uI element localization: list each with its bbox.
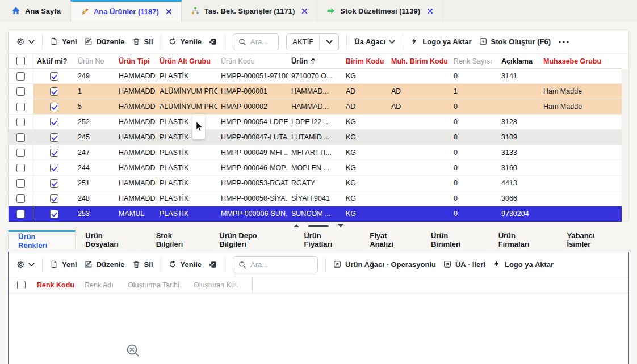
export-logo-button[interactable]: Logo ya Aktar <box>493 260 554 269</box>
row-checkbox[interactable] <box>16 103 25 111</box>
column-header[interactable]: Açıklama <box>498 54 540 68</box>
tab-close-icon[interactable] <box>166 9 172 15</box>
refresh-button[interactable]: Yenile <box>169 37 202 46</box>
table-row[interactable]: 247HAMMADDEPLASTİKHMPP-000049-MFI ...MFI… <box>9 145 622 160</box>
tab-ana-urunler[interactable]: Ana Ürünler (1187) <box>70 0 182 22</box>
table-row[interactable]: 245HAMMADDEPLASTİKHMPP-000047-LUTA...LUT… <box>9 130 622 145</box>
row-checkbox[interactable] <box>16 194 25 203</box>
aktif-checkbox[interactable] <box>50 194 58 203</box>
aktif-checkbox[interactable] <box>50 103 58 111</box>
detail-tab[interactable]: Ürün Renkleri <box>8 230 76 249</box>
tab-label: Ana Ürünler (1187) <box>94 7 159 16</box>
row-checkbox[interactable] <box>16 118 25 126</box>
column-header[interactable]: Ürün No <box>74 54 115 68</box>
detail-tab[interactable]: Ürün Fiyatları <box>294 230 360 249</box>
tab-stok-duzeltmesi[interactable]: Stok Düzeltmesi (1139) <box>317 0 443 22</box>
ua-tree-button[interactable]: Üa Ağacı <box>354 37 395 46</box>
column-header[interactable]: Birim Kodu <box>342 54 388 68</box>
aktif-checkbox[interactable] <box>50 72 58 81</box>
more-options-button[interactable] <box>558 40 569 44</box>
vertical-scrollbar[interactable] <box>622 69 628 221</box>
aktif-checkbox[interactable] <box>50 87 58 96</box>
table-row[interactable]: 251HAMMADDEPLASTİKHMPP-000053-RGATYRGATY… <box>9 176 622 191</box>
cell: AD <box>388 99 450 114</box>
table-row[interactable]: 248HAMMADDEPLASTİKHMPP-000050-SİYA...SİY… <box>9 191 622 206</box>
table-row[interactable]: 244HAMMADDEPLASTİKHMPP-000046-MOP...MOPL… <box>9 160 622 176</box>
row-checkbox[interactable] <box>16 133 25 142</box>
new-button[interactable]: Yeni <box>50 37 77 46</box>
cell <box>388 69 450 83</box>
tab-ana-sayfa[interactable]: Ana Sayfa <box>2 0 70 22</box>
column-header[interactable]: Ürün Kodu <box>217 54 288 68</box>
row-checkbox[interactable] <box>16 210 25 218</box>
cell: SUNCOM ... <box>288 206 342 221</box>
cell: ALÜMİNYUM PROFİL <box>156 99 217 114</box>
create-stock-button[interactable]: Stok Oluştur (F6) <box>479 37 551 46</box>
cell: HAMMADDE <box>115 84 156 99</box>
select-all-checkbox[interactable] <box>17 281 26 289</box>
aktif-cell <box>33 99 74 114</box>
export-logo-button[interactable]: Logo ya Aktar <box>410 37 471 46</box>
column-header[interactable]: Oluşturan Kul. <box>190 277 253 293</box>
cell: HMPP-000050-SİYA... <box>217 191 288 206</box>
search-input[interactable] <box>250 37 273 46</box>
ua-advanced-button[interactable]: ÜA - İleri <box>443 260 485 269</box>
row-checkbox[interactable] <box>16 87 25 96</box>
table-row[interactable]: 249HAMMADDEPLASTİKHMPP-000051-97100...97… <box>9 69 622 84</box>
table-row[interactable]: 5HAMMADDEALÜMİNYUM PROFİLHMAP-000002HAMM… <box>9 99 622 115</box>
aktif-checkbox[interactable] <box>50 149 58 157</box>
tab-close-icon[interactable] <box>301 8 308 14</box>
delete-button[interactable]: Sil <box>132 260 153 269</box>
column-header[interactable]: Ürün Tipi <box>115 54 156 68</box>
edit-button[interactable]: Düzenle <box>85 260 125 269</box>
table-row[interactable]: 1HAMMADDEALÜMİNYUM PROFİLHMAP-000001HAMM… <box>9 84 622 99</box>
grid-settings-button[interactable] <box>16 260 35 269</box>
aktif-checkbox[interactable] <box>50 210 58 218</box>
aktif-checkbox[interactable] <box>50 133 58 142</box>
splitter-handle[interactable] <box>308 225 329 227</box>
aktif-checkbox[interactable] <box>50 179 58 188</box>
column-header[interactable]: Aktif mi? <box>33 54 74 68</box>
detail-tab[interactable]: Ürün Dosyaları <box>76 230 146 249</box>
column-header[interactable]: Renk Kodu <box>33 277 81 293</box>
refresh-button[interactable]: Yenile <box>169 260 202 269</box>
row-checkbox[interactable] <box>16 164 25 172</box>
import-button[interactable] <box>209 37 217 46</box>
product-tree-op-button[interactable]: Ürün Ağacı - Operasyonlu <box>333 260 436 269</box>
collapse-up-icon[interactable] <box>294 224 299 227</box>
detail-tab[interactable]: Fiyat Analizi <box>360 230 421 249</box>
column-header[interactable]: Ürün Alt Grubu <box>156 54 217 68</box>
column-header[interactable]: Muhasebe Grubu <box>540 54 622 68</box>
column-header[interactable]: Ürün <box>288 54 342 68</box>
detail-tab[interactable]: Ürün Depo Bilgileri <box>209 230 294 249</box>
detail-tab[interactable]: Yabancı İsimler <box>557 230 629 249</box>
column-header[interactable]: Renk Adı <box>81 277 124 293</box>
delete-button[interactable]: Sil <box>132 37 153 46</box>
new-button[interactable]: Yeni <box>50 260 77 269</box>
row-checkbox[interactable] <box>16 149 25 157</box>
aktif-checkbox[interactable] <box>50 164 58 172</box>
tab-close-icon[interactable] <box>427 8 433 14</box>
row-checkbox[interactable] <box>16 72 25 81</box>
status-filter-select[interactable]: AKTİF <box>286 33 339 50</box>
detail-tab[interactable]: Stok Bilgileri <box>146 230 210 249</box>
table-row[interactable]: 252HAMMADDEPLASTİKHMPP-000054-LDPE...LDP… <box>9 115 622 130</box>
select-all-checkbox[interactable] <box>16 57 25 65</box>
column-header[interactable]: Oluşturma Tarihi <box>124 277 190 293</box>
column-header[interactable]: Muh. Birim Kodu <box>388 54 450 68</box>
collapse-down-icon[interactable] <box>338 224 343 227</box>
column-header[interactable]: Renk Sayısı <box>450 54 498 68</box>
search-box <box>233 256 318 273</box>
search-input[interactable] <box>250 260 312 269</box>
import-button[interactable] <box>209 260 217 269</box>
aktif-checkbox[interactable] <box>50 118 58 126</box>
table-row[interactable]: 253MAMULPLASTİKMMPP-000006-SUN...SUNCOM … <box>9 206 622 222</box>
cell: KG <box>342 160 388 175</box>
cell: KG <box>342 69 388 83</box>
tab-tas-bek-siparisler[interactable]: Tas. Bek. Siparişler (1171) <box>182 0 317 22</box>
edit-button[interactable]: Düzenle <box>85 37 125 46</box>
row-checkbox[interactable] <box>16 179 25 188</box>
grid-settings-button[interactable] <box>16 37 35 46</box>
detail-tab[interactable]: Ürün Birimleri <box>421 230 489 249</box>
detail-tab[interactable]: Ürün Firmaları <box>489 230 558 249</box>
